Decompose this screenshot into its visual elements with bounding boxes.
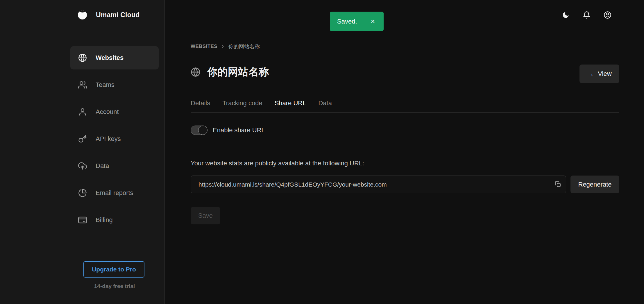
users-icon <box>78 81 87 89</box>
tab-details[interactable]: Details <box>191 99 210 107</box>
tab-share-url[interactable]: Share URL <box>275 99 306 107</box>
sidebar-item-email-reports[interactable]: Email reports <box>70 181 159 205</box>
pie-chart-icon <box>78 189 87 197</box>
moon-icon <box>562 11 570 19</box>
chevron-right-icon <box>221 44 225 49</box>
upgrade-to-pro-button[interactable]: Upgrade to Pro <box>83 261 144 278</box>
page-title-row: 你的网站名称 <box>191 65 269 79</box>
share-url-field-wrap <box>191 176 566 193</box>
view-button-label: View <box>598 70 611 78</box>
toast-close-icon[interactable]: ✕ <box>369 17 377 26</box>
profile-button[interactable] <box>604 11 611 19</box>
main-content: WEBSITES 你的网站名称 你的网站名称 → View Details Tr… <box>165 0 644 304</box>
trial-note: 14-day free trial <box>70 283 159 289</box>
toast-message: Saved. <box>337 18 357 25</box>
credit-card-icon <box>78 216 87 224</box>
sidebar-item-label: Billing <box>96 216 113 224</box>
globe-icon <box>191 67 201 77</box>
view-button[interactable]: → View <box>579 65 619 83</box>
topbar-icons <box>562 11 611 19</box>
breadcrumb-websites-link[interactable]: WEBSITES <box>191 44 217 49</box>
page-title: 你的网站名称 <box>207 65 269 79</box>
regenerate-button[interactable]: Regenerate <box>570 176 619 193</box>
sidebar-item-account[interactable]: Account <box>70 100 159 124</box>
sidebar-item-billing[interactable]: Billing <box>70 208 159 232</box>
profile-icon <box>604 11 611 19</box>
toast-saved: Saved. ✕ <box>330 12 384 31</box>
theme-toggle-button[interactable] <box>562 11 570 19</box>
copy-button[interactable] <box>553 180 563 189</box>
sidebar-item-api-keys[interactable]: API keys <box>70 127 159 151</box>
user-icon <box>78 108 87 116</box>
sidebar-item-label: Email reports <box>96 189 133 197</box>
share-url-row: Regenerate <box>191 176 619 193</box>
sidebar-item-teams[interactable]: Teams <box>70 73 159 96</box>
share-url-input[interactable] <box>191 176 566 193</box>
key-icon <box>78 135 87 143</box>
sidebar-nav: Websites Teams Account API keys Data Ema… <box>70 46 159 232</box>
sidebar: Umami Cloud Websites Teams Account API k… <box>0 0 165 304</box>
save-button[interactable]: Save <box>191 207 220 224</box>
sidebar-item-label: Account <box>96 108 119 116</box>
breadcrumb: WEBSITES 你的网站名称 <box>191 43 260 50</box>
bell-icon <box>583 11 591 19</box>
enable-share-url-label: Enable share URL <box>213 126 265 134</box>
globe-icon <box>78 53 87 62</box>
sidebar-item-label: Data <box>96 162 109 170</box>
sidebar-item-label: Teams <box>96 81 115 89</box>
enable-share-url-row: Enable share URL <box>191 126 265 135</box>
brand: Umami Cloud <box>78 10 139 19</box>
brand-name: Umami Cloud <box>96 11 139 19</box>
arrow-right-icon: → <box>587 70 594 77</box>
notifications-button[interactable] <box>583 11 591 19</box>
toggle-knob <box>198 126 207 135</box>
breadcrumb-current: 你的网站名称 <box>228 43 260 50</box>
tab-data[interactable]: Data <box>318 99 332 107</box>
sidebar-item-websites[interactable]: Websites <box>70 46 159 69</box>
cloud-upload-icon <box>78 162 87 170</box>
share-url-description: Your website stats are publicly availabl… <box>191 160 364 167</box>
copy-icon <box>554 181 561 188</box>
tab-tracking-code[interactable]: Tracking code <box>222 99 262 107</box>
sidebar-item-label: API keys <box>96 135 121 143</box>
tabs: Details Tracking code Share URL Data <box>191 99 619 113</box>
enable-share-url-toggle[interactable] <box>191 126 207 135</box>
sidebar-item-label: Websites <box>96 54 124 62</box>
sidebar-item-data[interactable]: Data <box>70 154 159 178</box>
umami-logo-icon <box>78 10 87 19</box>
